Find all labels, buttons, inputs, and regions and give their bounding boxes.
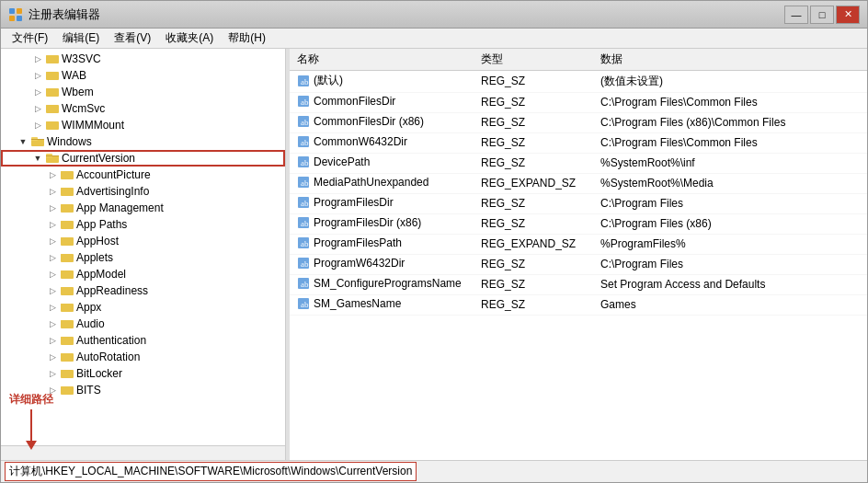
node-label-audio: Audio — [76, 317, 105, 330]
tree-node-w3svc[interactable]: ▷ W3SVC — [1, 51, 285, 67]
status-path: 计算机\HKEY_LOCAL_MACHINE\SOFTWARE\Microsof… — [5, 462, 417, 481]
cell-name: abSM_ConfigureProgramsName — [290, 274, 474, 294]
node-label-w3svc: W3SVC — [62, 52, 101, 65]
expander-apphost[interactable]: ▷ — [45, 234, 60, 248]
tree-node-accountpicture[interactable]: ▷ AccountPicture — [1, 167, 285, 183]
app-icon — [8, 7, 23, 22]
folder-icon-appreadiness — [60, 283, 74, 298]
cell-name: abProgramFilesDir — [290, 193, 474, 213]
cell-type: REG_SZ — [474, 193, 593, 213]
svg-rect-44 — [61, 353, 66, 356]
table-row[interactable]: abProgramFilesDirREG_SZC:\Program Files — [290, 193, 867, 213]
node-label-appreadiness: AppReadiness — [76, 284, 148, 297]
tree-node-bitlocker[interactable]: ▷ BitLocker — [1, 365, 285, 382]
table-row[interactable]: abSM_GamesNameREG_SZGames — [290, 294, 867, 315]
expander-autorotation[interactable]: ▷ — [45, 350, 60, 364]
expander-windows[interactable]: ▼ — [16, 134, 30, 149]
expander-bitlocker[interactable]: ▷ — [45, 366, 60, 381]
folder-icon-appmanagement — [60, 201, 74, 215]
menu-edit[interactable]: 编辑(E) — [55, 29, 107, 48]
table-row[interactable]: abCommonFilesDir (x86)REG_SZC:\Program F… — [290, 112, 867, 132]
menu-help[interactable]: 帮助(H) — [221, 29, 273, 48]
title-bar-buttons: — □ ✕ — [784, 6, 860, 24]
table-row[interactable]: abDevicePathREG_SZ%SystemRoot%\inf — [290, 153, 867, 173]
tree-node-appx[interactable]: ▷ Appx — [1, 299, 285, 316]
table-row[interactable]: abProgramFilesPathREG_EXPAND_SZ%ProgramF… — [290, 234, 867, 254]
expander-appmanagement[interactable]: ▷ — [45, 201, 60, 215]
svg-rect-26 — [61, 204, 66, 207]
table-row[interactable]: abCommonFilesDirREG_SZC:\Program Files\C… — [290, 92, 867, 112]
table-row[interactable]: abCommonW6432DirREG_SZC:\Program Files\C… — [290, 132, 867, 153]
folder-icon-bits — [60, 383, 74, 397]
expander-apppaths[interactable]: ▷ — [45, 217, 60, 232]
maximize-button[interactable]: □ — [810, 6, 834, 24]
tree-node-bits[interactable]: ▷ BITS — [1, 382, 285, 398]
tree-inner[interactable]: ▷ W3SVC ▷ WAB — [1, 49, 285, 445]
tree-node-wbem[interactable]: ▷ Wbem — [1, 84, 285, 100]
svg-text:ab: ab — [301, 77, 309, 86]
expander-bits[interactable]: ▷ — [45, 383, 60, 397]
folder-icon-apppaths — [60, 217, 74, 232]
cell-name: abMediaPathUnexpanded — [290, 173, 474, 193]
tree-node-currentversion[interactable]: ▼ CurrentVersion — [1, 150, 285, 167]
table-row[interactable]: abProgramW6432DirREG_SZC:\Program Files — [290, 254, 867, 274]
expander-applets[interactable]: ▷ — [45, 250, 60, 265]
expander-wcmsvc[interactable]: ▷ — [30, 101, 45, 116]
expander-appmodel[interactable]: ▷ — [45, 267, 60, 282]
expander-currentversion[interactable]: ▼ — [30, 151, 45, 166]
minimize-button[interactable]: — — [784, 6, 808, 24]
tree-node-autorotation[interactable]: ▷ AutoRotation — [1, 349, 285, 365]
table-row[interactable]: abMediaPathUnexpandedREG_EXPAND_SZ%Syste… — [290, 173, 867, 193]
menu-view[interactable]: 查看(V) — [107, 29, 158, 48]
tree-node-wimmount[interactable]: ▷ WIMMMount — [1, 117, 285, 133]
tree-node-apppaths[interactable]: ▷ App Paths — [1, 216, 285, 233]
tree-node-windows[interactable]: ▼ Windows — [1, 133, 285, 150]
table-row[interactable]: ab(默认)REG_SZ(数值未设置) — [290, 71, 867, 93]
svg-rect-20 — [46, 155, 59, 156]
cell-type: REG_SZ — [474, 254, 593, 274]
close-button[interactable]: ✕ — [836, 6, 860, 24]
tree-node-wcmsvc[interactable]: ▷ WcmSvc — [1, 100, 285, 117]
expander-advertisinginfo[interactable]: ▷ — [45, 184, 60, 199]
tree-node-audio[interactable]: ▷ Audio — [1, 316, 285, 332]
cell-name: ab(默认) — [290, 71, 474, 93]
cell-name: abProgramFilesPath — [290, 234, 474, 254]
svg-rect-36 — [61, 287, 66, 290]
menu-favorites[interactable]: 收藏夹(A) — [158, 29, 221, 48]
folder-icon-advertisinginfo — [60, 184, 74, 199]
expander-wbem[interactable]: ▷ — [30, 85, 45, 99]
folder-icon-authentication — [60, 333, 74, 348]
svg-rect-32 — [61, 254, 66, 257]
expander-authentication[interactable]: ▷ — [45, 333, 60, 348]
tree-node-wab[interactable]: ▷ WAB — [1, 67, 285, 84]
expander-audio[interactable]: ▷ — [45, 316, 60, 331]
col-header-type: 类型 — [474, 49, 593, 71]
cell-name: abCommonW6432Dir — [290, 132, 474, 153]
folder-icon-wab — [45, 68, 60, 83]
expander-wab[interactable]: ▷ — [30, 68, 45, 83]
expander-appx[interactable]: ▷ — [45, 300, 60, 315]
node-label-accountpicture: AccountPicture — [76, 168, 151, 181]
tree-node-authentication[interactable]: ▷ Authentication — [1, 332, 285, 349]
tree-panel: ▷ W3SVC ▷ WAB — [1, 49, 286, 460]
expander-accountpicture[interactable]: ▷ — [45, 167, 60, 182]
status-bar: 计算机\HKEY_LOCAL_MACHINE\SOFTWARE\Microsof… — [1, 460, 867, 482]
tree-node-applets[interactable]: ▷ Applets — [1, 249, 285, 266]
folder-icon-wcmsvc — [45, 101, 60, 116]
menu-bar: 文件(F) 编辑(E) 查看(V) 收藏夹(A) 帮助(H) — [1, 29, 867, 49]
table-row[interactable]: abProgramFilesDir (x86)REG_SZC:\Program … — [290, 213, 867, 234]
expander-w3svc[interactable]: ▷ — [30, 52, 45, 66]
table-row[interactable]: abSM_ConfigureProgramsNameREG_SZSet Prog… — [290, 274, 867, 294]
cell-data: C:\Program Files (x86) — [593, 213, 867, 234]
tree-node-advertisinginfo[interactable]: ▷ AdvertisingInfo — [1, 183, 285, 200]
cell-name: abProgramW6432Dir — [290, 254, 474, 274]
expander-appreadiness[interactable]: ▷ — [45, 283, 60, 298]
cell-data: C:\Program Files — [593, 254, 867, 274]
expander-wimmount[interactable]: ▷ — [30, 118, 45, 132]
tree-hscroll[interactable] — [1, 445, 285, 460]
tree-node-appmanagement[interactable]: ▷ App Management — [1, 200, 285, 216]
tree-node-appreadiness[interactable]: ▷ AppReadiness — [1, 282, 285, 299]
tree-node-appmodel[interactable]: ▷ AppModel — [1, 266, 285, 282]
tree-node-apphost[interactable]: ▷ AppHost — [1, 233, 285, 249]
menu-file[interactable]: 文件(F) — [5, 29, 55, 48]
